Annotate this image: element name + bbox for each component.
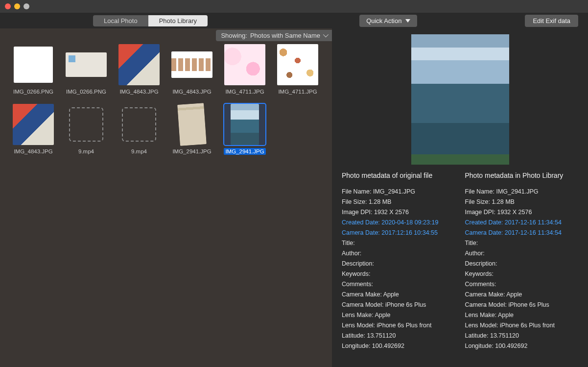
thumbnail-label: IMG_4711.JPG [224,88,265,95]
metadata-title-library: Photo metadata in Photo Library [465,171,579,179]
thumbnail-label: IMG_4711.JPG [277,88,318,95]
metadata-row: Lens Model: iPhone 6s Plus front [342,322,455,329]
thumbnail-image [224,44,265,85]
metadata-row: Camera Model: iPhone 6s Plus [465,301,579,308]
metadata-row: Author: [342,250,455,257]
thumbnail-image [118,104,160,145]
thumbnail-label: IMG_4843.JPG [118,88,160,95]
placeholder-icon [69,107,103,142]
thumbnail-label: IMG_2941.JPG [224,148,265,155]
main-content: Showing: Photos with Same Name IMG_0266.… [0,28,588,367]
tab-photo-library[interactable]: Photo Library [148,15,208,26]
thumbnail-image [171,44,212,85]
thumbnail-inner [277,44,318,85]
thumbnail-inner [66,52,107,77]
metadata-row: Created Date: 2020-04-18 09:23:19 [342,219,455,226]
metadata-row: File Size: 1.28 MB [465,198,579,205]
thumbnail-inner [231,104,259,145]
thumbnail-label: IMG_0266.PNG [65,88,108,95]
metadata-row: Camera Date: 2017-12-16 11:34:54 [465,229,579,236]
metadata-row: Title: [465,240,579,246]
metadata-row: Camera Make: Apple [465,291,579,298]
metadata-row: Description: [465,260,579,267]
thumbnail-item[interactable]: IMG_4711.JPG [277,44,318,95]
thumbnail-label: IMG_4843.JPG [12,148,54,155]
thumbnail-image [66,44,107,85]
maximize-icon[interactable] [24,3,29,9]
metadata-row: Comments: [342,281,455,288]
thumbnail-image [118,44,160,85]
thumbnail-item[interactable]: 9.mp4 [118,104,160,155]
thumbnail-label: IMG_2941.JPG [171,148,212,155]
filter-value: Photos with Same Name [250,32,320,39]
filter-prefix: Showing: [221,32,247,39]
thumbnail-pane: Showing: Photos with Same Name IMG_0266.… [0,28,332,367]
thumbnail-item[interactable]: IMG_0266.PNG [13,44,54,95]
metadata-row: Description: [342,260,455,267]
quick-action-button[interactable]: Quick Action [359,15,417,27]
metadata-row: Lens Make: Apple [342,312,455,318]
quick-action-label: Quick Action [366,17,401,24]
toolbar: Local Photo Photo Library Quick Action E… [0,13,588,28]
source-tabs: Local Photo Photo Library [93,15,208,26]
metadata-row: Image DPI: 1932 X 2576 [342,209,455,216]
thumbnail-image [171,104,212,145]
edit-exif-button[interactable]: Edit Exif data [525,15,578,27]
thumbnail-label: 9.mp4 [130,148,148,155]
metadata-original: Photo metadata of original file File Nam… [342,171,455,353]
metadata-row: Keywords: [465,270,579,277]
close-icon[interactable] [5,3,11,9]
metadata-library: Photo metadata in Photo Library File Nam… [465,171,579,353]
metadata-row: Author: [465,250,579,257]
titlebar [0,0,588,13]
thumbnail-item[interactable]: IMG_4843.JPG [118,44,160,95]
thumbnail-inner [177,103,207,146]
tab-local-photo[interactable]: Local Photo [93,15,148,26]
placeholder-icon [122,107,156,142]
chevron-down-icon [405,19,410,23]
thumbnail-label: IMG_0266.PNG [12,88,55,95]
metadata-title-original: Photo metadata of original file [342,171,455,179]
metadata-row: Camera Make: Apple [342,291,455,298]
thumbnail-inner [171,51,212,78]
minimize-icon[interactable] [14,3,20,9]
preview-image [411,34,509,165]
metadata-row: Camera Date: 2017:12:16 10:34:55 [342,229,455,236]
thumbnail-item[interactable]: IMG_4711.JPG [224,44,265,95]
metadata-row: Created Date: 2017-12-16 11:34:54 [465,219,579,226]
thumbnail-item[interactable]: IMG_0266.PNG [66,44,107,95]
metadata-row: Lens Make: Apple [465,312,579,318]
thumbnail-image [66,104,107,145]
thumbnail-inner [13,104,54,145]
metadata-row: Comments: [465,281,579,288]
thumbnail-item[interactable]: 9.mp4 [66,104,107,155]
thumbnail-item[interactable]: IMG_4843.JPG [171,44,212,95]
metadata-row: File Name: IMG_2941.JPG [342,188,455,195]
filter-dropdown[interactable]: Showing: Photos with Same Name [216,30,332,41]
detail-pane: Photo metadata of original file File Nam… [332,28,588,367]
metadata-row: Image DPI: 1932 X 2576 [465,209,579,216]
thumbnail-inner [14,47,53,83]
metadata-row: Keywords: [342,270,455,277]
metadata-row: Longitude: 100.492692 [465,343,579,349]
metadata-row: File Name: IMG_2941.JPG [465,188,579,195]
thumbnail-item[interactable]: IMG_4843.JPG [13,104,54,155]
metadata-row: Lens Model: iPhone 6s Plus front [465,322,579,329]
thumbnail-item[interactable]: IMG_2941.JPG [171,104,212,155]
thumbnail-image [277,44,318,85]
metadata-row: Title: [342,240,455,246]
thumbnail-image [13,44,54,85]
thumbnail-image [13,104,54,145]
thumbnail-image [224,104,265,145]
thumbnail-inner [118,44,160,85]
thumbnail-inner [224,44,265,85]
metadata-row: Longitude: 100.492692 [342,343,455,349]
metadata-row: Latitude: 13.751120 [342,332,455,339]
thumbnail-item[interactable]: IMG_2941.JPG [224,104,265,155]
thumbnail-label: IMG_4843.JPG [171,88,212,95]
metadata-row: Latitude: 13.751120 [465,332,579,339]
thumbnail-grid: IMG_0266.PNGIMG_0266.PNGIMG_4843.JPGIMG_… [0,42,332,160]
chevron-down-icon [323,32,329,37]
thumbnail-label: 9.mp4 [77,148,95,155]
filter-bar: Showing: Photos with Same Name [0,28,332,42]
